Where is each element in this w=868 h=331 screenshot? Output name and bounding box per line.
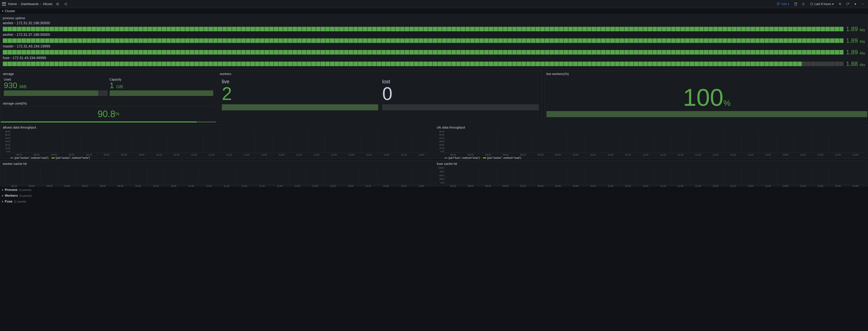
collapse-icon[interactable] [860,1,866,7]
x-tick: 10:45 [185,154,203,156]
lost-label: lost [382,79,538,85]
x-tick: 13:15 [794,154,812,156]
save-icon[interactable] [793,1,799,7]
uptime-row-label: master - 172.31.43.194:19999 [3,44,865,48]
storage-used-pct: 90.8 [97,109,115,120]
x-tick: 08:15 [444,185,462,187]
x-tick: 12:30 [742,154,759,156]
time-picker[interactable]: Last 6 hours ▾ [808,1,836,7]
x-tick: 13:30 [377,185,395,187]
x-tick: 11:15 [654,154,672,156]
share-icon[interactable] [63,1,69,7]
chart-area[interactable]: 100%75%50%25%0% [444,167,864,184]
x-tick: 10:15 [150,154,168,156]
x-tick: 10:00 [567,185,584,187]
x-tick: 08:45 [479,154,497,156]
x-tick: 13:15 [360,154,378,156]
uptime-bar [3,62,843,66]
legend-item[interactable]: {job="fuse", method="write"} [444,157,480,159]
x-tick: 11:15 [218,185,236,187]
x-tick: 09:00 [58,185,76,187]
x-tick: 12:00 [707,154,724,156]
x-tick: 11:30 [238,154,255,156]
row-title: Process [5,188,18,192]
x-tick: 08:30 [23,185,41,187]
x-tick: 08:15 [444,154,462,156]
live-bar [222,104,378,110]
x-tick: 10:45 [619,154,637,156]
chevron-right-icon: ▸ [2,200,3,203]
chart-area[interactable] [5,167,430,184]
uptime-value: 1.89 day [846,26,865,33]
y-tick: 75% [437,170,444,173]
row-title: Workers [5,194,18,197]
row-count: (2 panels) [14,200,26,203]
gear-icon[interactable] [800,1,806,7]
chart-area[interactable]: 96 B80 B64 B48 B32 B16 B0 B [444,130,864,153]
breadcrumb-current[interactable]: Alluxio [43,2,52,6]
panel-title: live workers(%) [547,72,868,76]
x-tick: 14:00 [413,154,430,156]
x-tick: 13:45 [829,185,847,187]
panel-storage-used-pct: storage used(%) 90.8% [0,100,217,123]
x-tick: 11:45 [689,185,707,187]
refresh-icon[interactable] [845,1,851,7]
topbar: Home › Dashboards › Alluxio Add ▾ Last 6… [0,0,868,8]
x-tick: 11:00 [637,154,654,156]
refresh-dropdown-icon[interactable]: ▾ [852,1,859,7]
svg-point-0 [66,2,67,3]
uptime-bar [3,27,843,31]
x-tick: 13:45 [829,154,847,156]
y-tick: 80 B [3,134,10,136]
x-tick: 13:30 [378,154,395,156]
live-pct-bar [547,111,868,117]
svg-point-1 [64,3,65,4]
menu-icon[interactable] [2,2,6,6]
x-tick: 08:45 [45,154,63,156]
row-workers[interactable]: ▸ Workers (5 panels) [0,193,868,198]
live-label: live [222,79,378,85]
x-tick: 09:30 [94,185,112,187]
x-tick: 08:30 [462,154,479,156]
star-icon[interactable] [55,1,61,7]
y-tick: 64 B [437,137,444,139]
used-value: 930 [4,81,17,90]
legend-item[interactable]: {job="worker", method="read"} [483,157,521,159]
row-cluster[interactable]: ▾ Cluster [0,8,868,14]
zoom-out-icon[interactable] [837,1,843,7]
live-value: 2 [222,85,378,103]
legend-item[interactable]: {job="worker", method="read"} [10,157,49,159]
x-tick: 09:45 [116,154,133,156]
breadcrumb-home[interactable]: Home [8,2,17,6]
svg-rect-3 [777,2,778,4]
y-tick: 100% [437,167,444,169]
x-tick: 11:30 [672,154,689,156]
capacity-value: 1 [110,81,114,90]
uptime-bar [3,38,843,43]
x-tick: 14:00 [412,185,430,187]
x-tick: 08:15 [10,154,28,156]
y-tick: 25% [437,178,444,180]
x-tick: 11:30 [672,185,689,187]
row-process[interactable]: ▸ Process (6 panels) [0,187,868,193]
x-tick: 08:15 [5,185,23,187]
row-fuse[interactable]: ▸ Fuse (2 panels) [0,198,868,204]
y-tick: 96 B [3,130,10,133]
x-tick: 09:45 [550,154,567,156]
x-tick: 10:00 [133,154,150,156]
x-tick: 13:00 [342,185,359,187]
y-tick: 48 B [437,140,444,143]
legend-item[interactable]: {job="worker", method="write"} [52,157,90,159]
uptime-value: 1.89 day [846,49,865,56]
x-tick: 09:00 [497,154,514,156]
x-tick: 10:45 [182,185,200,187]
breadcrumb-dashboards[interactable]: Dashboards [21,2,39,6]
x-tick: 09:30 [532,185,549,187]
panel-title: alluxio data throughput [3,126,431,129]
svg-point-2 [66,4,67,5]
x-tick: 12:15 [724,154,742,156]
panel-worker-cache-hit: worker cache hit 08:1508:3008:4509:0009:… [0,160,434,186]
x-tick: 10:30 [602,185,619,187]
chart-area[interactable]: 96 B80 B64 B48 B32 B16 B0 B [10,130,430,153]
add-button[interactable]: Add ▾ [775,1,791,7]
